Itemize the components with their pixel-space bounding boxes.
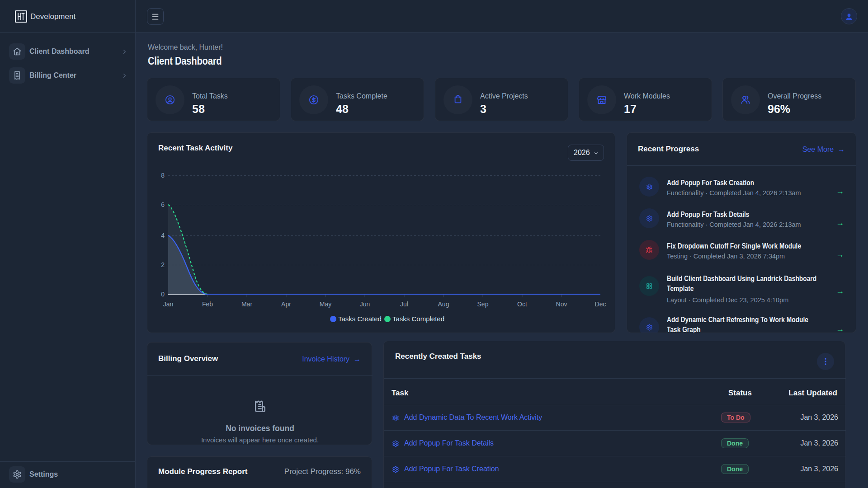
- svg-text:2: 2: [161, 261, 165, 268]
- svg-text:May: May: [320, 300, 331, 308]
- svg-text:0: 0: [161, 291, 165, 298]
- svg-text:Aug: Aug: [438, 300, 449, 308]
- svg-text:Feb: Feb: [202, 300, 213, 308]
- svg-text:8: 8: [161, 172, 165, 179]
- svg-text:Sep: Sep: [477, 300, 489, 308]
- svg-text:Dec: Dec: [595, 300, 606, 308]
- svg-text:6: 6: [161, 201, 165, 208]
- svg-text:Jul: Jul: [400, 300, 408, 308]
- svg-text:Tasks Completed: Tasks Completed: [392, 315, 444, 323]
- svg-text:Oct: Oct: [517, 300, 527, 308]
- svg-text:Mar: Mar: [241, 300, 252, 308]
- svg-text:4: 4: [161, 232, 165, 239]
- svg-text:Apr: Apr: [281, 300, 291, 308]
- svg-text:Jan: Jan: [163, 300, 174, 308]
- svg-text:Nov: Nov: [556, 300, 567, 308]
- svg-text:Tasks Created: Tasks Created: [338, 315, 382, 323]
- svg-text:Jun: Jun: [360, 300, 370, 308]
